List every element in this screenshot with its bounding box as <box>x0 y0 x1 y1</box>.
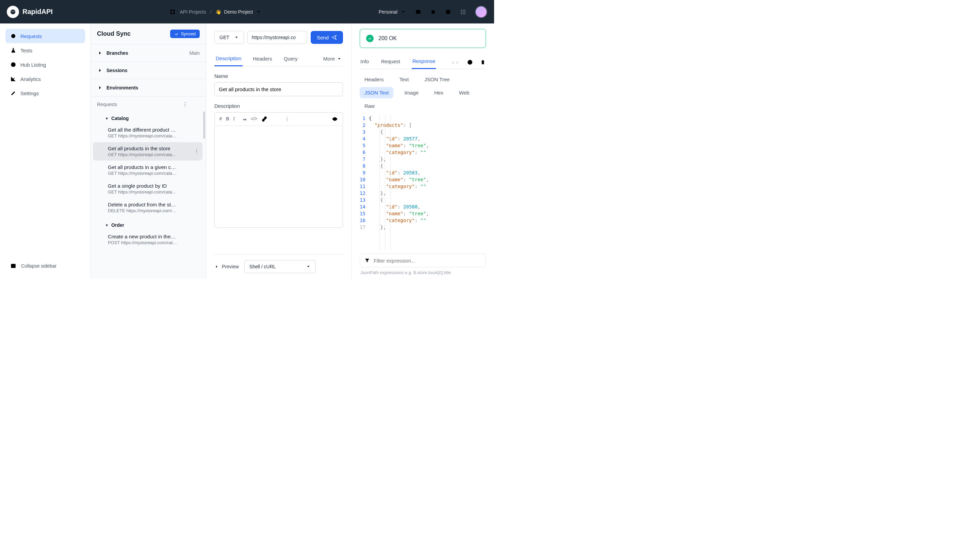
heading-icon[interactable]: # <box>219 116 222 122</box>
svg-point-11 <box>464 10 465 10</box>
preview-button[interactable]: Preview <box>214 264 239 269</box>
plus-icon[interactable] <box>194 101 200 107</box>
branch-name: Main <box>189 50 200 56</box>
snippet-select[interactable]: Shell / cURL <box>244 260 316 273</box>
editor-toolbar: # B I ❟❟ </> 123 <box>215 112 343 126</box>
nav-requests[interactable]: Requests <box>5 29 85 43</box>
tab-headers[interactable]: Headers <box>252 52 274 66</box>
name-label: Name <box>214 73 343 79</box>
chevron-down-icon <box>306 264 311 269</box>
tab-more[interactable]: More <box>322 52 343 66</box>
view-text[interactable]: Text <box>395 74 414 85</box>
tab-query[interactable]: Query <box>283 52 299 66</box>
nav-tests[interactable]: Tests <box>5 43 85 57</box>
ordered-list-icon[interactable]: 123 <box>286 116 292 122</box>
svg-rect-5 <box>170 12 172 14</box>
svg-point-2 <box>13 11 14 12</box>
nav-analytics[interactable]: Analytics <box>5 72 85 86</box>
synced-button[interactable]: Synced <box>170 29 200 38</box>
api-projects-link[interactable]: API Projects <box>180 9 206 15</box>
view-web[interactable]: Web <box>454 87 474 98</box>
more-vertical-icon[interactable] <box>194 148 200 155</box>
view-jsontext[interactable]: JSON Text <box>360 87 394 98</box>
method-select[interactable]: GET <box>214 31 244 44</box>
description-editor[interactable]: # B I ❟❟ </> 123 <box>214 112 343 228</box>
list-icon[interactable] <box>276 116 282 122</box>
group-order[interactable]: ▼ Order <box>101 220 206 230</box>
filter-box[interactable] <box>360 254 486 267</box>
chevron-right-icon <box>97 85 103 91</box>
eye-icon[interactable] <box>332 116 338 122</box>
environments-section[interactable]: Environments <box>91 79 206 96</box>
avatar[interactable] <box>475 6 487 18</box>
tab-response[interactable]: Response <box>412 55 436 69</box>
branches-section[interactable]: Branches Main <box>91 44 206 62</box>
chevron-right-icon[interactable]: › <box>456 60 458 65</box>
chevron-down-icon <box>256 9 262 15</box>
check-circle-icon <box>366 35 374 42</box>
view-headers[interactable]: Headers <box>360 74 389 85</box>
project-dropdown[interactable]: 👋 Demo Project <box>216 9 262 15</box>
tab-request[interactable]: Request <box>381 56 401 68</box>
synced-label: Synced <box>181 31 196 36</box>
method-label: GET <box>219 35 229 40</box>
chevron-left-icon[interactable]: ‹ <box>452 60 454 65</box>
tab-info[interactable]: Info <box>360 56 369 68</box>
history-icon[interactable] <box>467 59 473 65</box>
sessions-label: Sessions <box>106 68 127 73</box>
svg-point-43 <box>334 118 336 120</box>
link-icon[interactable] <box>261 116 268 122</box>
view-jsontree[interactable]: JSON Tree <box>420 74 454 85</box>
menu-icon[interactable] <box>337 264 343 270</box>
filter-input[interactable] <box>374 258 472 264</box>
name-input[interactable] <box>214 82 343 96</box>
url-input[interactable]: https://mystoreapi.co <box>247 31 307 44</box>
svg-rect-21 <box>11 264 16 268</box>
quote-icon[interactable]: ❟❟ <box>243 116 247 122</box>
request-item[interactable]: Get all the different product … GET http… <box>93 124 203 142</box>
apps-icon <box>170 9 176 15</box>
view-raw[interactable]: Raw <box>360 100 379 112</box>
code-icon[interactable]: </> <box>250 116 257 122</box>
status-box: 200 OK <box>360 29 486 48</box>
response-panel: 200 OK Info Request Response ‹› Headers … <box>351 23 494 278</box>
tab-description[interactable]: Description <box>214 52 243 66</box>
json-viewer[interactable]: 1234567891011121314151617 { "products": … <box>360 115 486 250</box>
cloud-sync-panel: Cloud Sync Synced Branches Main Sessions <box>91 23 206 278</box>
sessions-section[interactable]: Sessions <box>91 62 206 79</box>
bell-icon[interactable] <box>430 9 436 15</box>
collapse-sidebar[interactable]: Collapse sidebar <box>5 259 85 273</box>
nav-hub[interactable]: Hub Listing <box>5 57 85 72</box>
help-icon[interactable] <box>445 9 451 15</box>
logo[interactable]: RapidAPI <box>7 6 53 18</box>
inbox-icon[interactable] <box>415 9 421 15</box>
trash-icon[interactable] <box>480 59 486 65</box>
workspace-dropdown[interactable]: Personal <box>379 9 406 15</box>
view-hex[interactable]: Hex <box>430 87 448 98</box>
chevron-down-icon <box>337 57 341 61</box>
request-item[interactable]: Get all products in the store GET https:… <box>93 142 203 161</box>
scrollbar-thumb[interactable] <box>203 112 205 139</box>
description-label: Description <box>214 103 343 109</box>
close-icon[interactable] <box>475 257 482 264</box>
svg-point-9 <box>461 10 462 10</box>
svg-text:3: 3 <box>287 120 288 121</box>
response-nav[interactable]: ‹› <box>452 60 458 65</box>
bold-icon[interactable]: B <box>226 116 229 122</box>
sidebar: Requests Tests Hub Listing Analytics Set… <box>0 23 91 278</box>
send-button[interactable]: Send <box>311 31 343 44</box>
group-catalog[interactable]: ▼ Catalog <box>101 114 206 123</box>
request-item[interactable]: Create a new product in the… POST https:… <box>93 230 203 249</box>
nav-settings[interactable]: Settings <box>5 86 85 100</box>
flask-icon <box>10 47 16 54</box>
italic-icon[interactable]: I <box>233 116 235 122</box>
svg-point-16 <box>463 13 464 14</box>
requests-tree[interactable]: ▼ Catalog Get all the different product … <box>91 110 206 278</box>
request-item[interactable]: Get a single product by ID GET https://m… <box>93 179 203 198</box>
request-title: Get a single product by ID <box>108 183 198 189</box>
view-image[interactable]: Image <box>400 87 423 98</box>
request-item[interactable]: Get all products in a given c… GET https… <box>93 161 203 179</box>
more-vertical-icon[interactable] <box>182 101 188 107</box>
request-item[interactable]: Delete a product from the st… DELETE htt… <box>93 198 203 217</box>
grid-icon[interactable] <box>460 9 466 15</box>
